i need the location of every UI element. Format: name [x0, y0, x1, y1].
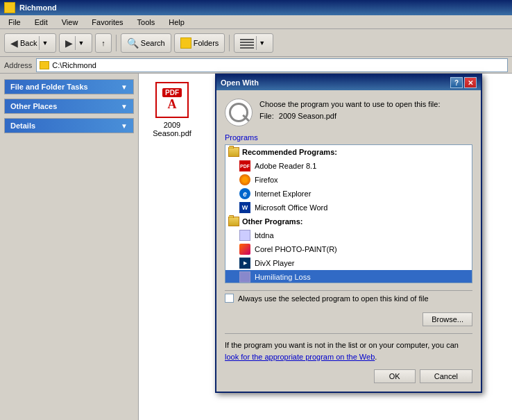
details-section: Details ▼ [4, 118, 134, 133]
browse-row: Browse... [225, 312, 472, 326]
file-item[interactable]: PDF A 2009 Season.pdf [144, 79, 200, 140]
forward-button[interactable]: ▶ ▼ [59, 33, 92, 53]
programs-label: Programs [225, 133, 472, 142]
firefox-name: Firefox [255, 176, 278, 184]
other-folder-icon [228, 217, 239, 226]
footer-text: If the program you want is not in the li… [225, 341, 459, 349]
adobe-reader-icon: PDF [239, 160, 250, 171]
views-icon [240, 37, 254, 49]
back-button[interactable]: ◀ Back ▼ [4, 33, 56, 53]
search-icon: 🔍 [127, 37, 139, 49]
toolbar-separator-2 [229, 35, 230, 51]
program-btdna[interactable]: btdna [225, 228, 472, 242]
details-header[interactable]: Details ▼ [5, 119, 133, 133]
views-button[interactable]: ▼ [234, 33, 273, 53]
up-arrow-icon: ↑ [101, 39, 105, 47]
folders-icon [180, 37, 191, 49]
menu-tools[interactable]: Tools [135, 17, 158, 27]
views-dropdown-icon[interactable]: ▼ [256, 36, 267, 50]
corel-name: Corel PHOTO-PAINT(R) [255, 245, 337, 253]
dialog-close-button[interactable]: ✕ [464, 77, 477, 88]
always-use-label: Always use the selected program to open … [238, 294, 429, 303]
dialog-title-bar: Open With ? ✕ [216, 75, 481, 90]
humiliating-loss-name: Humiliating Loss [255, 273, 311, 281]
dialog-file-name: 2009 Season.pdf [279, 112, 336, 120]
file-folder-tasks-label: File and Folder Tasks [10, 83, 88, 91]
back-label: Back [20, 39, 37, 47]
address-path: C:\Richmond [52, 61, 96, 69]
search-label: Search [141, 39, 165, 47]
always-use-checkbox[interactable] [225, 294, 234, 303]
program-internet-explorer[interactable]: e Internet Explorer [225, 187, 472, 201]
main-content: File and Folder Tasks ▼ Other Places ▼ D… [0, 74, 512, 420]
dialog-header-description: Choose the program you want to use to op… [259, 100, 441, 108]
folders-label: Folders [194, 39, 219, 47]
cancel-button[interactable]: Cancel [420, 369, 472, 383]
corel-icon [239, 244, 250, 255]
other-programs-header: Other Programs: [225, 215, 472, 228]
humiliating-loss-icon [239, 271, 250, 283]
details-label: Details [10, 121, 35, 130]
address-folder-icon [40, 61, 49, 69]
dialog-footer-text: If the program you want is not in the li… [225, 333, 472, 362]
ok-button[interactable]: OK [374, 369, 416, 383]
footer-period: . [375, 353, 377, 361]
window-title: Richmond [19, 3, 57, 12]
file-item-name: 2009 Season.pdf [147, 121, 197, 137]
firefox-icon [239, 174, 250, 185]
other-places-label: Other Places [10, 102, 57, 110]
file-folder-tasks-expand-icon: ▼ [121, 83, 128, 91]
menu-view[interactable]: View [59, 17, 81, 27]
program-adobe-reader[interactable]: PDF Adobe Reader 8.1 [225, 159, 472, 173]
menu-favorites[interactable]: Favorites [89, 17, 126, 27]
menu-bar: File Edit View Favorites Tools Help [0, 15, 512, 29]
address-label: Address [4, 61, 32, 69]
browse-button[interactable]: Browse... [423, 312, 472, 326]
dialog-help-button[interactable]: ? [450, 77, 463, 88]
btdna-name: btdna [255, 231, 274, 240]
dialog-file-label: File: [259, 112, 274, 120]
file-folder-tasks-header[interactable]: File and Folder Tasks ▼ [5, 80, 133, 94]
toolbar: ◀ Back ▼ ▶ ▼ ↑ 🔍 Search Folders ▼ [0, 29, 512, 57]
file-folder-tasks-section: File and Folder Tasks ▼ [4, 79, 134, 94]
open-with-dialog: Open With ? ✕ Choose the program you wan… [215, 74, 482, 393]
recommended-folder-icon [228, 147, 239, 157]
recommended-programs-header: Recommended Programs: [225, 145, 472, 159]
other-places-section: Other Places ▼ [4, 99, 134, 114]
recommended-label: Recommended Programs: [242, 148, 337, 156]
programs-list[interactable]: Recommended Programs: PDF Adobe Reader 8… [225, 144, 472, 283]
menu-file[interactable]: File [6, 17, 24, 27]
dialog-header: Choose the program you want to use to op… [225, 99, 472, 126]
adobe-reader-name: Adobe Reader 8.1 [255, 162, 316, 170]
menu-help[interactable]: Help [166, 17, 187, 27]
back-dropdown-icon[interactable]: ▼ [39, 36, 50, 50]
address-bar: Address C:\Richmond [0, 57, 512, 74]
ie-name: Internet Explorer [255, 190, 311, 198]
dialog-title-text: Open With [221, 78, 259, 87]
program-humiliating-loss[interactable]: Humiliating Loss [225, 270, 472, 283]
btdna-icon [239, 230, 250, 241]
program-office-word[interactable]: W Microsoft Office Word [225, 201, 472, 215]
divx-icon: ▶ [239, 258, 250, 269]
menu-edit[interactable]: Edit [32, 17, 51, 27]
program-divx[interactable]: ▶ DivX Player [225, 256, 472, 270]
forward-dropdown-icon[interactable]: ▼ [75, 36, 86, 50]
dialog-ok-cancel: OK Cancel [225, 369, 472, 383]
details-expand-icon: ▼ [121, 122, 128, 130]
address-input[interactable]: C:\Richmond [36, 58, 508, 72]
program-corel[interactable]: Corel PHOTO-PAINT(R) [225, 242, 472, 256]
footer-link[interactable]: look for the appropriate program on the … [225, 353, 375, 361]
search-button[interactable]: 🔍 Search [121, 33, 171, 53]
program-firefox[interactable]: Firefox [225, 173, 472, 187]
word-name: Microsoft Office Word [255, 203, 327, 212]
back-arrow-icon: ◀ [10, 37, 18, 49]
other-places-header[interactable]: Other Places ▼ [5, 99, 133, 113]
dialog-title-buttons: ? ✕ [450, 77, 477, 88]
folders-button[interactable]: Folders [174, 33, 225, 53]
divx-name: DivX Player [255, 259, 294, 267]
title-folder-icon [4, 2, 15, 13]
other-label: Other Programs: [242, 217, 302, 226]
up-button[interactable]: ↑ [95, 33, 112, 53]
ie-icon: e [239, 188, 250, 199]
toolbar-separator-1 [116, 35, 117, 51]
